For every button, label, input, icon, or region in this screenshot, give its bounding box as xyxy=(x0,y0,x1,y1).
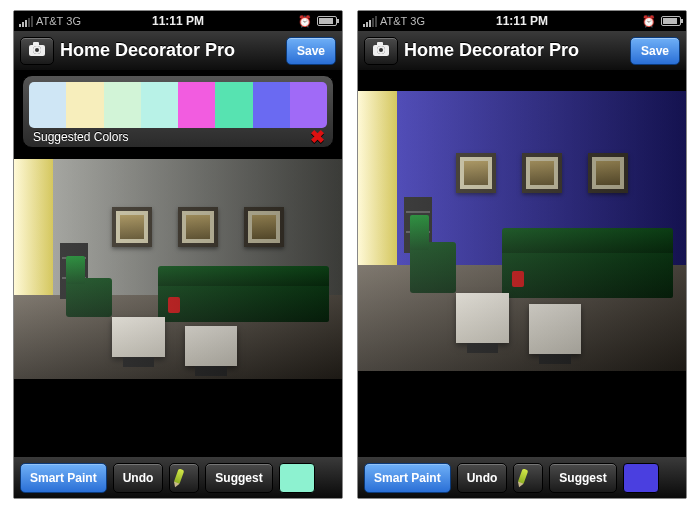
battery-icon xyxy=(317,16,337,26)
status-bar: AT&T 3G 11:11 PM ⏰ xyxy=(14,11,342,31)
bottom-toolbar: Smart Paint Undo Suggest xyxy=(14,456,342,498)
content-area: Suggested Colors ✖ xyxy=(14,71,342,456)
app-title: Home Decorator Pro xyxy=(404,40,624,61)
room-image[interactable] xyxy=(358,91,686,371)
save-button[interactable]: Save xyxy=(630,37,680,65)
pencil-tool-button[interactable] xyxy=(513,463,543,493)
content-area xyxy=(358,71,686,456)
suggest-button[interactable]: Suggest xyxy=(205,463,272,493)
color-swatch[interactable] xyxy=(290,82,327,128)
camera-icon xyxy=(373,45,389,56)
color-swatch[interactable] xyxy=(178,82,215,128)
status-bar: AT&T 3G 11:11 PM ⏰ xyxy=(358,11,686,31)
current-color-swatch[interactable] xyxy=(623,463,659,493)
sofa xyxy=(502,248,673,298)
swatch-row xyxy=(29,82,327,128)
camera-button[interactable] xyxy=(364,37,398,65)
room-image[interactable] xyxy=(14,159,342,379)
coffee-table xyxy=(529,304,581,354)
color-swatch[interactable] xyxy=(141,82,178,128)
camera-button[interactable] xyxy=(20,37,54,65)
save-label: Save xyxy=(641,44,669,58)
camera-icon xyxy=(29,45,45,56)
color-swatch[interactable] xyxy=(104,82,141,128)
phone-screen-original: AT&T 3G 11:11 PM ⏰ Home Decorator Pro Sa… xyxy=(13,10,343,499)
bottom-toolbar: Smart Paint Undo Suggest xyxy=(358,456,686,498)
color-swatch[interactable] xyxy=(29,82,66,128)
current-color-swatch[interactable] xyxy=(279,463,315,493)
undo-button[interactable]: Undo xyxy=(457,463,508,493)
coffee-table xyxy=(185,326,237,366)
status-time: 11:11 PM xyxy=(358,14,686,28)
color-swatch[interactable] xyxy=(66,82,103,128)
armchair xyxy=(410,242,456,292)
nav-bar: Home Decorator Pro Save xyxy=(14,31,342,71)
palette-label: Suggested Colors xyxy=(29,130,128,144)
close-icon[interactable]: ✖ xyxy=(308,130,327,144)
suggested-colors-panel: Suggested Colors ✖ xyxy=(22,75,334,148)
suggest-button[interactable]: Suggest xyxy=(549,463,616,493)
nav-bar: Home Decorator Pro Save xyxy=(358,31,686,71)
app-title: Home Decorator Pro xyxy=(60,40,280,61)
coffee-table xyxy=(456,293,508,343)
save-button[interactable]: Save xyxy=(286,37,336,65)
pencil-icon xyxy=(518,468,529,484)
smart-paint-button[interactable]: Smart Paint xyxy=(20,463,107,493)
pencil-icon xyxy=(174,468,185,484)
red-object xyxy=(512,271,524,287)
color-swatch[interactable] xyxy=(215,82,252,128)
save-label: Save xyxy=(297,44,325,58)
pencil-tool-button[interactable] xyxy=(169,463,199,493)
undo-button[interactable]: Undo xyxy=(113,463,164,493)
sofa xyxy=(158,282,329,322)
smart-paint-button[interactable]: Smart Paint xyxy=(364,463,451,493)
status-time: 11:11 PM xyxy=(14,14,342,28)
red-object xyxy=(168,297,180,313)
color-swatch[interactable] xyxy=(253,82,290,128)
phone-screen-painted: AT&T 3G 11:11 PM ⏰ Home Decorator Pro Sa… xyxy=(357,10,687,499)
armchair xyxy=(66,278,112,318)
battery-icon xyxy=(661,16,681,26)
coffee-table xyxy=(112,317,164,357)
